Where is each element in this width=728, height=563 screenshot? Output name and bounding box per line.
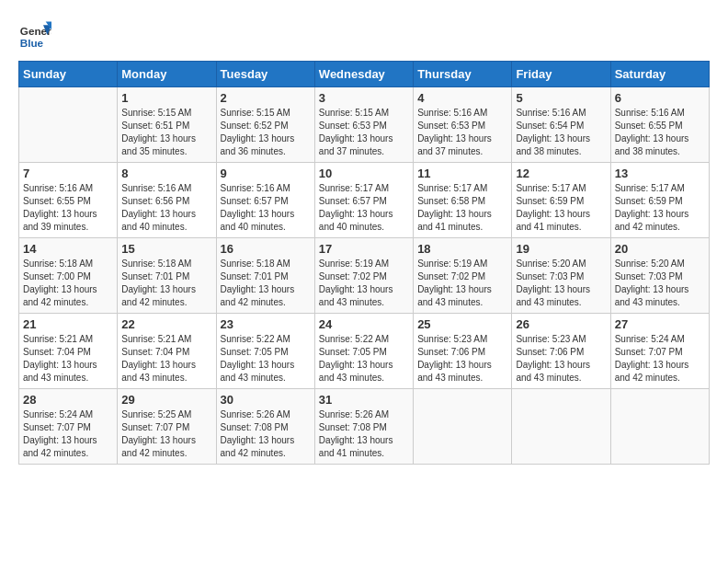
header-row: SundayMondayTuesdayWednesdayThursdayFrid…	[19, 62, 710, 87]
day-info: Sunrise: 5:21 AMSunset: 7:04 PMDaylight:…	[23, 333, 113, 385]
day-info: Sunrise: 5:18 AMSunset: 7:01 PMDaylight:…	[221, 258, 311, 309]
day-cell: 6Sunrise: 5:16 AMSunset: 6:55 PMDaylight…	[610, 87, 709, 163]
header-day-saturday: Saturday	[610, 62, 709, 87]
day-number: 14	[23, 242, 113, 256]
day-info: Sunrise: 5:20 AMSunset: 7:03 PMDaylight:…	[615, 258, 705, 309]
header-day-friday: Friday	[512, 62, 610, 87]
day-cell: 12Sunrise: 5:17 AMSunset: 6:59 PMDayligh…	[512, 163, 610, 238]
day-number: 28	[23, 393, 113, 407]
day-cell: 3Sunrise: 5:15 AMSunset: 6:53 PMDaylight…	[314, 87, 413, 163]
day-cell: 15Sunrise: 5:18 AMSunset: 7:01 PMDayligh…	[118, 238, 216, 314]
day-cell: 13Sunrise: 5:17 AMSunset: 6:59 PMDayligh…	[610, 163, 709, 238]
day-info: Sunrise: 5:26 AMSunset: 7:08 PMDaylight:…	[319, 408, 409, 460]
day-cell: 2Sunrise: 5:15 AMSunset: 6:52 PMDaylight…	[216, 87, 314, 163]
day-cell: 20Sunrise: 5:20 AMSunset: 7:03 PMDayligh…	[610, 238, 709, 314]
day-number: 26	[516, 317, 606, 331]
svg-text:Blue: Blue	[20, 37, 44, 49]
day-number: 6	[615, 91, 705, 105]
day-info: Sunrise: 5:23 AMSunset: 7:06 PMDaylight:…	[417, 333, 507, 385]
day-number: 18	[417, 242, 507, 256]
day-info: Sunrise: 5:26 AMSunset: 7:08 PMDaylight:…	[221, 408, 311, 460]
day-info: Sunrise: 5:16 AMSunset: 6:57 PMDaylight:…	[221, 182, 311, 234]
day-info: Sunrise: 5:21 AMSunset: 7:04 PMDaylight:…	[121, 333, 211, 385]
day-info: Sunrise: 5:17 AMSunset: 6:58 PMDaylight:…	[417, 182, 507, 234]
day-info: Sunrise: 5:15 AMSunset: 6:53 PMDaylight:…	[319, 107, 409, 158]
day-cell: 17Sunrise: 5:19 AMSunset: 7:02 PMDayligh…	[314, 238, 413, 314]
day-number: 24	[319, 317, 409, 331]
day-number: 3	[319, 91, 409, 105]
day-info: Sunrise: 5:15 AMSunset: 6:52 PMDaylight:…	[221, 107, 311, 158]
logo-icon: General Blue	[18, 18, 51, 52]
day-cell: 24Sunrise: 5:22 AMSunset: 7:05 PMDayligh…	[314, 314, 413, 389]
day-info: Sunrise: 5:22 AMSunset: 7:05 PMDaylight:…	[319, 333, 409, 385]
day-number: 8	[121, 167, 211, 180]
day-cell	[19, 87, 118, 163]
day-cell: 8Sunrise: 5:16 AMSunset: 6:56 PMDaylight…	[118, 163, 216, 238]
day-number: 11	[417, 167, 507, 180]
day-number: 30	[221, 393, 311, 407]
day-info: Sunrise: 5:23 AMSunset: 7:06 PMDaylight:…	[516, 333, 606, 385]
day-number: 21	[23, 317, 113, 331]
day-info: Sunrise: 5:24 AMSunset: 7:07 PMDaylight:…	[615, 333, 705, 385]
day-cell: 25Sunrise: 5:23 AMSunset: 7:06 PMDayligh…	[414, 314, 512, 389]
week-row-2: 7Sunrise: 5:16 AMSunset: 6:55 PMDaylight…	[19, 163, 710, 238]
day-cell	[414, 389, 512, 465]
week-row-5: 28Sunrise: 5:24 AMSunset: 7:07 PMDayligh…	[19, 389, 710, 465]
header-day-wednesday: Wednesday	[314, 62, 413, 87]
day-info: Sunrise: 5:16 AMSunset: 6:55 PMDaylight:…	[615, 107, 705, 158]
day-number: 23	[221, 317, 311, 331]
day-number: 16	[221, 242, 311, 256]
day-cell: 26Sunrise: 5:23 AMSunset: 7:06 PMDayligh…	[512, 314, 610, 389]
day-number: 15	[121, 242, 211, 256]
day-number: 25	[417, 317, 507, 331]
week-row-1: 1Sunrise: 5:15 AMSunset: 6:51 PMDaylight…	[19, 87, 710, 163]
calendar-header: SundayMondayTuesdayWednesdayThursdayFrid…	[19, 62, 710, 87]
week-row-3: 14Sunrise: 5:18 AMSunset: 7:00 PMDayligh…	[19, 238, 710, 314]
header-day-monday: Monday	[118, 62, 216, 87]
day-cell: 19Sunrise: 5:20 AMSunset: 7:03 PMDayligh…	[512, 238, 610, 314]
calendar-table: SundayMondayTuesdayWednesdayThursdayFrid…	[18, 61, 710, 465]
day-cell	[610, 389, 709, 465]
day-cell: 22Sunrise: 5:21 AMSunset: 7:04 PMDayligh…	[118, 314, 216, 389]
day-number: 20	[615, 242, 705, 256]
day-info: Sunrise: 5:18 AMSunset: 7:00 PMDaylight:…	[23, 258, 113, 309]
day-number: 10	[319, 167, 409, 180]
day-info: Sunrise: 5:22 AMSunset: 7:05 PMDaylight:…	[221, 333, 311, 385]
day-number: 29	[121, 393, 211, 407]
day-info: Sunrise: 5:17 AMSunset: 6:59 PMDaylight:…	[516, 182, 606, 234]
day-cell: 30Sunrise: 5:26 AMSunset: 7:08 PMDayligh…	[216, 389, 314, 465]
day-info: Sunrise: 5:16 AMSunset: 6:55 PMDaylight:…	[23, 182, 113, 234]
logo: General Blue	[18, 18, 55, 52]
header-day-sunday: Sunday	[19, 62, 118, 87]
day-info: Sunrise: 5:18 AMSunset: 7:01 PMDaylight:…	[121, 258, 211, 309]
day-cell	[512, 389, 610, 465]
day-number: 13	[615, 167, 705, 180]
day-number: 7	[23, 167, 113, 180]
day-info: Sunrise: 5:17 AMSunset: 6:57 PMDaylight:…	[319, 182, 409, 234]
day-cell: 11Sunrise: 5:17 AMSunset: 6:58 PMDayligh…	[414, 163, 512, 238]
day-cell: 21Sunrise: 5:21 AMSunset: 7:04 PMDayligh…	[19, 314, 118, 389]
day-number: 27	[615, 317, 705, 331]
header-day-thursday: Thursday	[414, 62, 512, 87]
day-number: 5	[516, 91, 606, 105]
day-cell: 10Sunrise: 5:17 AMSunset: 6:57 PMDayligh…	[314, 163, 413, 238]
day-cell: 5Sunrise: 5:16 AMSunset: 6:54 PMDaylight…	[512, 87, 610, 163]
day-number: 17	[319, 242, 409, 256]
day-cell: 4Sunrise: 5:16 AMSunset: 6:53 PMDaylight…	[414, 87, 512, 163]
day-cell: 1Sunrise: 5:15 AMSunset: 6:51 PMDaylight…	[118, 87, 216, 163]
day-cell: 14Sunrise: 5:18 AMSunset: 7:00 PMDayligh…	[19, 238, 118, 314]
day-number: 9	[221, 167, 311, 180]
day-number: 1	[121, 91, 211, 105]
day-cell: 28Sunrise: 5:24 AMSunset: 7:07 PMDayligh…	[19, 389, 118, 465]
week-row-4: 21Sunrise: 5:21 AMSunset: 7:04 PMDayligh…	[19, 314, 710, 389]
day-cell: 18Sunrise: 5:19 AMSunset: 7:02 PMDayligh…	[414, 238, 512, 314]
day-cell: 7Sunrise: 5:16 AMSunset: 6:55 PMDaylight…	[19, 163, 118, 238]
day-info: Sunrise: 5:25 AMSunset: 7:07 PMDaylight:…	[121, 408, 211, 460]
header-day-tuesday: Tuesday	[216, 62, 314, 87]
day-number: 22	[121, 317, 211, 331]
day-cell: 31Sunrise: 5:26 AMSunset: 7:08 PMDayligh…	[314, 389, 413, 465]
day-number: 4	[417, 91, 507, 105]
day-cell: 16Sunrise: 5:18 AMSunset: 7:01 PMDayligh…	[216, 238, 314, 314]
day-info: Sunrise: 5:15 AMSunset: 6:51 PMDaylight:…	[121, 107, 211, 158]
calendar-body: 1Sunrise: 5:15 AMSunset: 6:51 PMDaylight…	[19, 87, 710, 465]
